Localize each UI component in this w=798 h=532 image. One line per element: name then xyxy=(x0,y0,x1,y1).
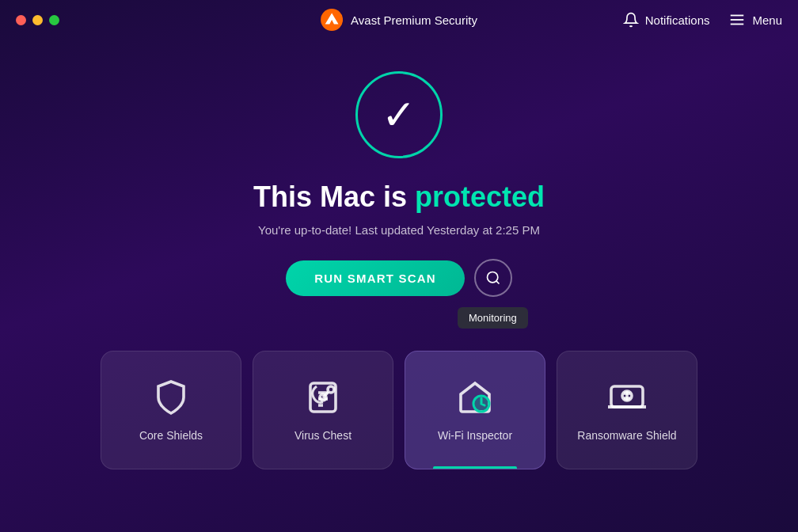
ransomware-shield-card[interactable]: Ransomware Shield xyxy=(557,351,697,469)
svg-point-4 xyxy=(487,272,497,283)
search-icon xyxy=(485,270,501,286)
core-shields-card[interactable]: Core Shields xyxy=(101,351,241,469)
wifi-inspector-label: Wi-Fi Inspector xyxy=(438,429,512,442)
app-title: Avast Premium Security xyxy=(351,13,477,27)
close-button[interactable] xyxy=(16,15,26,25)
status-heading-emphasis: protected xyxy=(415,180,545,213)
virus-chest-label: Virus Chest xyxy=(294,429,352,442)
notifications-label: Notifications xyxy=(645,13,710,27)
wifi-inspector-card[interactable]: Wi-Fi Inspector xyxy=(405,351,545,469)
wifi-inspector-icon xyxy=(456,378,494,416)
notifications-button[interactable]: Notifications xyxy=(623,12,710,28)
protection-status-circle: ✓ xyxy=(355,71,443,158)
ransomware-shield-label: Ransomware Shield xyxy=(577,429,676,442)
run-smart-scan-button[interactable]: RUN SMART SCAN xyxy=(286,260,464,296)
menu-label: Menu xyxy=(752,13,782,27)
search-button[interactable] xyxy=(474,259,512,297)
titlebar-actions: Notifications Menu xyxy=(623,11,782,28)
status-subtitle: You're up-to-date! Last updated Yesterda… xyxy=(258,223,540,237)
action-buttons: RUN SMART SCAN Monitoring xyxy=(286,259,511,297)
main-content: ✓ This Mac is protected You're up-to-dat… xyxy=(0,40,798,469)
titlebar: Avast Premium Security Notifications Men… xyxy=(0,0,798,40)
checkmark-icon: ✓ xyxy=(382,94,416,135)
bell-icon xyxy=(623,12,639,28)
menu-icon xyxy=(728,11,746,28)
core-shields-label: Core Shields xyxy=(139,429,203,442)
app-title-area: Avast Premium Security xyxy=(321,9,477,31)
ransomware-shield-icon xyxy=(608,378,646,416)
avast-logo-icon xyxy=(321,9,343,31)
biohazard-icon xyxy=(304,378,342,416)
status-heading-static: This Mac is xyxy=(253,180,407,213)
shield-icon xyxy=(152,378,190,416)
menu-button[interactable]: Menu xyxy=(728,11,782,28)
virus-chest-card[interactable]: Virus Chest xyxy=(253,351,393,469)
feature-cards: Core Shields Virus Chest xyxy=(53,351,745,469)
traffic-lights xyxy=(16,15,59,25)
maximize-button[interactable] xyxy=(49,15,59,25)
svg-point-9 xyxy=(328,386,334,393)
status-heading: This Mac is protected xyxy=(253,180,545,214)
minimize-button[interactable] xyxy=(32,15,43,25)
monitoring-tooltip: Monitoring xyxy=(458,307,528,329)
